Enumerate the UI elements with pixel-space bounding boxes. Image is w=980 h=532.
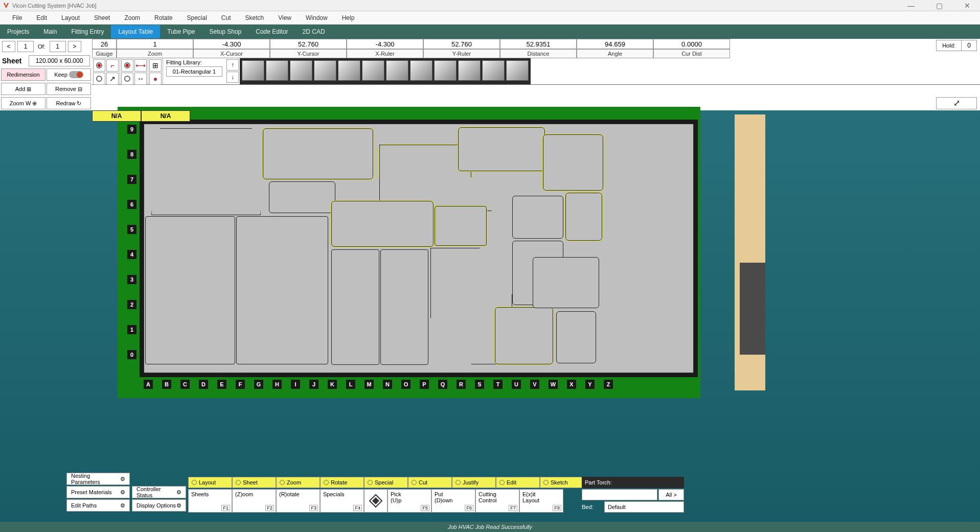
fitting-shape-1[interactable] bbox=[266, 60, 288, 81]
fitting-shape-2[interactable] bbox=[290, 60, 312, 81]
redimension-button[interactable]: Redimension bbox=[1, 68, 45, 81]
fkey-f8[interactable]: E(x)itLayoutF8 bbox=[519, 489, 563, 513]
nav-diamond-icon[interactable] bbox=[364, 489, 388, 513]
cutting-canvas[interactable]: 9876543210 ABCDEFGHIJKLMNOPQRSTUVWXYZ bbox=[125, 114, 693, 390]
fkey-f5[interactable]: Pick(U)pF5 bbox=[388, 489, 431, 513]
mode-rotate[interactable]: Rotate bbox=[320, 477, 364, 488]
grid-icon[interactable]: ⊞ bbox=[149, 59, 162, 72]
tab-fitting-entry[interactable]: Fitting Entry bbox=[64, 25, 111, 38]
menu-file[interactable]: File bbox=[5, 12, 29, 24]
controller-status-button[interactable]: Controller Status⚙ bbox=[132, 486, 186, 498]
library-up-button[interactable]: ↑ bbox=[226, 59, 239, 71]
prev-sheet-button[interactable]: < bbox=[2, 41, 15, 52]
torch-select[interactable] bbox=[582, 489, 657, 500]
mode-layout[interactable]: Layout bbox=[188, 477, 232, 488]
menu-view[interactable]: View bbox=[271, 12, 299, 24]
tab-projects[interactable]: Projects bbox=[0, 25, 36, 38]
menu-sketch[interactable]: Sketch bbox=[238, 12, 271, 24]
readout-angle-label: Angle bbox=[577, 49, 653, 58]
fkey-f1[interactable]: SheetsF1 bbox=[188, 489, 232, 513]
fitting-shape-3[interactable] bbox=[314, 60, 336, 81]
snap-arrow-icon[interactable]: ↗ bbox=[106, 73, 119, 85]
fkey-f3[interactable]: (R)otateF3 bbox=[276, 489, 320, 513]
redraw-button[interactable]: Redraw↻ bbox=[47, 97, 91, 109]
menu-rotate[interactable]: Rotate bbox=[147, 12, 179, 24]
zoom-w-button[interactable]: Zoom W⊕ bbox=[1, 97, 45, 109]
tab-setup-shop[interactable]: Setup Shop bbox=[202, 25, 249, 38]
nesting-parameters-button[interactable]: Nesting Parameters⚙ bbox=[66, 473, 130, 485]
fitting-shape-10[interactable] bbox=[482, 60, 505, 81]
expand-button[interactable]: ⤢ bbox=[936, 97, 977, 109]
width-snap-icon[interactable]: ↔ bbox=[134, 73, 147, 85]
readout-cur-dist-label: Cur Dist bbox=[653, 49, 730, 58]
bed-select[interactable]: Default bbox=[604, 501, 684, 513]
mode-special[interactable]: Special bbox=[364, 477, 408, 488]
sheet-surface[interactable] bbox=[144, 124, 694, 373]
readout-x-ruler-label: X-Ruler bbox=[347, 49, 423, 58]
readout-x-cursor-label: X-Cursor bbox=[193, 49, 270, 58]
ruler-h-B: B bbox=[162, 380, 171, 389]
menu-zoom[interactable]: Zoom bbox=[117, 12, 147, 24]
display-options-button[interactable]: Display Options⚙ bbox=[132, 499, 186, 512]
fitting-shape-11[interactable] bbox=[506, 60, 529, 81]
menu-special[interactable]: Special bbox=[179, 12, 214, 24]
fitting-shape-6[interactable] bbox=[386, 60, 408, 81]
fitting-library-select[interactable]: 01-Rectangular 1 bbox=[166, 66, 222, 77]
remove-button[interactable]: Remove⊟ bbox=[47, 83, 91, 95]
next-sheet-button[interactable]: > bbox=[68, 41, 81, 52]
snap-tool-grid-1: ⌐ ↗ bbox=[92, 58, 120, 84]
sheet-dimensions[interactable]: 120.000 x 60.000 bbox=[29, 55, 90, 66]
menu-cut[interactable]: Cut bbox=[214, 12, 238, 24]
record-icon[interactable]: ● bbox=[149, 73, 162, 85]
mode-sheet[interactable]: Sheet bbox=[232, 477, 276, 488]
ruler-h-X: X bbox=[567, 380, 576, 389]
edit-paths-button[interactable]: Edit Paths⚙ bbox=[66, 499, 130, 512]
snap-radio-on[interactable] bbox=[93, 59, 105, 72]
fitting-shape-0[interactable] bbox=[242, 60, 264, 81]
current-sheet-number[interactable]: 1 bbox=[17, 41, 34, 52]
snap-radio-off-2[interactable] bbox=[121, 73, 133, 85]
mode-cut[interactable]: Cut bbox=[408, 477, 452, 488]
tab-2d-cad[interactable]: 2D CAD bbox=[295, 25, 332, 38]
snap-radio-on-2[interactable] bbox=[121, 59, 133, 72]
preset-materials-button[interactable]: Preset Materials⚙ bbox=[66, 486, 130, 498]
mode-edit[interactable]: Edit bbox=[496, 477, 540, 488]
fkey-f4[interactable]: SpecialsF4 bbox=[320, 489, 364, 513]
menu-help[interactable]: Help bbox=[335, 12, 362, 24]
keep-button[interactable]: Keep bbox=[47, 68, 91, 81]
part-torch-label: Part Torch: bbox=[582, 477, 684, 488]
ruler-h-U: U bbox=[512, 380, 521, 389]
snap-axis-icon[interactable]: ⌐ bbox=[106, 59, 119, 72]
menu-layout[interactable]: Layout bbox=[54, 12, 87, 24]
snap-radio-off[interactable] bbox=[93, 73, 105, 85]
center-snap-icon[interactable]: ⟷ bbox=[134, 59, 147, 72]
fitting-shape-4[interactable] bbox=[338, 60, 360, 81]
material-preview bbox=[735, 114, 765, 390]
minimize-button[interactable]: — bbox=[901, 2, 921, 10]
fkey-f7[interactable]: CuttingControlF7 bbox=[475, 489, 519, 513]
mode-zoom[interactable]: Zoom bbox=[276, 477, 320, 488]
fitting-shape-7[interactable] bbox=[410, 60, 432, 81]
ruler-h-R: R bbox=[457, 380, 466, 389]
fitting-shape-5[interactable] bbox=[362, 60, 384, 81]
library-down-button[interactable]: ↓ bbox=[226, 72, 239, 83]
maximize-button[interactable]: ▢ bbox=[929, 2, 949, 10]
ruler-h-F: F bbox=[236, 380, 245, 389]
ruler-h-L: L bbox=[346, 380, 355, 389]
fkey-f2[interactable]: (Z)oomF2 bbox=[232, 489, 276, 513]
torch-all-button[interactable]: All > bbox=[658, 489, 684, 500]
fitting-shape-9[interactable] bbox=[458, 60, 481, 81]
tab-tube-pipe[interactable]: Tube Pipe bbox=[160, 25, 202, 38]
fkey-f6[interactable]: Put(D)ownF6 bbox=[431, 489, 475, 513]
menu-sheet[interactable]: Sheet bbox=[87, 12, 117, 24]
tab-code-editor[interactable]: Code Editor bbox=[248, 25, 295, 38]
menu-window[interactable]: Window bbox=[299, 12, 335, 24]
add-button[interactable]: Add⊞ bbox=[1, 83, 45, 95]
mode-justify[interactable]: Justify bbox=[452, 477, 496, 488]
tab-layout-table[interactable]: Layout Table bbox=[111, 25, 160, 38]
mode-sketch[interactable]: Sketch bbox=[540, 477, 584, 488]
tab-main[interactable]: Main bbox=[36, 25, 64, 38]
fitting-shape-8[interactable] bbox=[434, 60, 457, 81]
menu-edit[interactable]: Edit bbox=[29, 12, 54, 24]
close-button[interactable]: ✕ bbox=[957, 2, 977, 10]
